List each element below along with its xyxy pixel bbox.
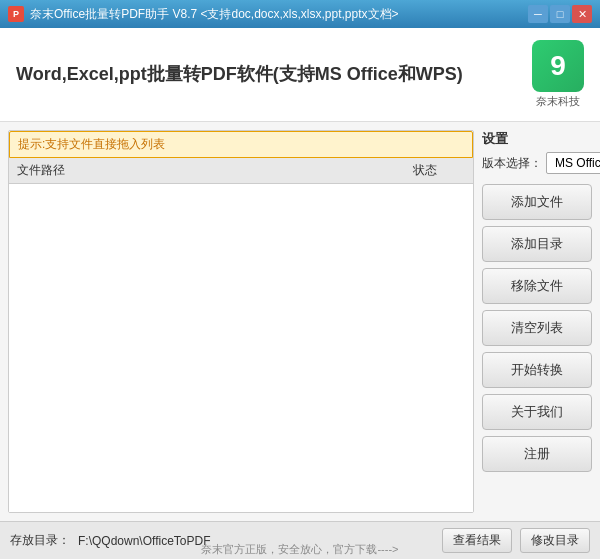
version-row: 版本选择： MS Office WPS bbox=[482, 152, 592, 174]
change-dir-button[interactable]: 修改目录 bbox=[520, 528, 590, 553]
col-path-header: 文件路径 bbox=[17, 162, 385, 179]
app-title: Word,Excel,ppt批量转PDF软件(支持MS Office和WPS) bbox=[16, 62, 463, 87]
logo-area: 9 奈末科技 bbox=[532, 40, 584, 109]
register-button[interactable]: 注册 bbox=[482, 436, 592, 472]
table-header: 文件路径 状态 bbox=[9, 158, 473, 184]
about-button[interactable]: 关于我们 bbox=[482, 394, 592, 430]
col-status-header: 状态 bbox=[385, 162, 465, 179]
logo-brand: 奈末科技 bbox=[536, 94, 580, 109]
title-bar-text: 奈末Office批量转PDF助手 V8.7 <支持doc,docx,xls,xl… bbox=[30, 6, 528, 23]
hint-bar: 提示:支持文件直接拖入列表 bbox=[9, 131, 473, 158]
clear-list-button[interactable]: 清空列表 bbox=[482, 310, 592, 346]
version-select[interactable]: MS Office WPS bbox=[546, 152, 600, 174]
right-panel: 设置 版本选择： MS Office WPS 添加文件 添加目录 移除文件 清空… bbox=[482, 130, 592, 513]
main-window: Word,Excel,ppt批量转PDF软件(支持MS Office和WPS) … bbox=[0, 28, 600, 559]
maximize-button[interactable]: □ bbox=[550, 5, 570, 23]
add-dir-button[interactable]: 添加目录 bbox=[482, 226, 592, 262]
window-controls: ─ □ ✕ bbox=[528, 5, 592, 23]
remove-file-button[interactable]: 移除文件 bbox=[482, 268, 592, 304]
header: Word,Excel,ppt批量转PDF软件(支持MS Office和WPS) … bbox=[0, 28, 600, 122]
title-bar: P 奈末Office批量转PDF助手 V8.7 <支持doc,docx,xls,… bbox=[0, 0, 600, 28]
app-icon: P bbox=[8, 6, 24, 22]
bottom-bar: 存放目录： F:\QQdown\OfficeToPDF 查看结果 修改目录 bbox=[0, 521, 600, 559]
file-list-panel: 提示:支持文件直接拖入列表 文件路径 状态 bbox=[8, 130, 474, 513]
add-file-button[interactable]: 添加文件 bbox=[482, 184, 592, 220]
view-result-button[interactable]: 查看结果 bbox=[442, 528, 512, 553]
file-table-body bbox=[9, 184, 473, 512]
save-dir-path: F:\QQdown\OfficeToPDF bbox=[78, 534, 434, 548]
save-dir-label: 存放目录： bbox=[10, 532, 70, 549]
start-convert-button[interactable]: 开始转换 bbox=[482, 352, 592, 388]
minimize-button[interactable]: ─ bbox=[528, 5, 548, 23]
close-button[interactable]: ✕ bbox=[572, 5, 592, 23]
content-area: 提示:支持文件直接拖入列表 文件路径 状态 设置 版本选择： MS Office… bbox=[0, 122, 600, 521]
settings-label: 设置 bbox=[482, 130, 592, 148]
logo-icon: 9 bbox=[532, 40, 584, 92]
version-label: 版本选择： bbox=[482, 155, 542, 172]
